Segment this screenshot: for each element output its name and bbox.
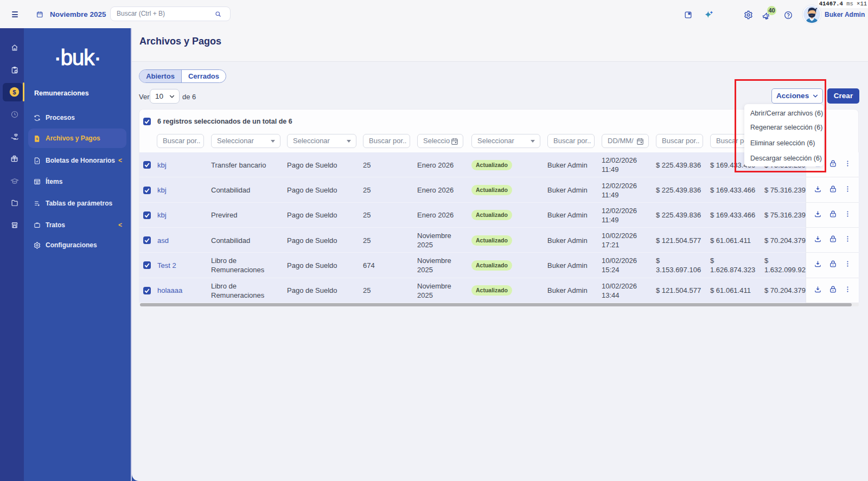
svg-text:$: $ [12,88,16,95]
